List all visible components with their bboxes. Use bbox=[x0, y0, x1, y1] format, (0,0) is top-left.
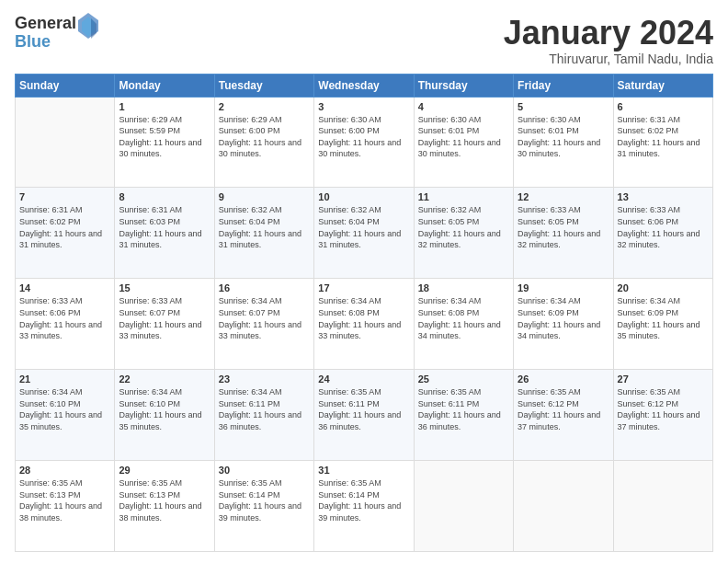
day-detail: Sunrise: 6:32 AMSunset: 6:05 PMDaylight:… bbox=[418, 204, 509, 250]
calendar-cell: 23 Sunrise: 6:34 AMSunset: 6:11 PMDaylig… bbox=[214, 370, 313, 461]
calendar-cell: 3 Sunrise: 6:30 AMSunset: 6:00 PMDayligh… bbox=[314, 97, 414, 188]
calendar-week-row: 14 Sunrise: 6:33 AMSunset: 6:06 PMDaylig… bbox=[16, 279, 713, 370]
calendar-cell: 26 Sunrise: 6:35 AMSunset: 6:12 PMDaylig… bbox=[514, 370, 613, 461]
calendar-cell: 30 Sunrise: 6:35 AMSunset: 6:14 PMDaylig… bbox=[214, 461, 313, 552]
day-number: 25 bbox=[418, 373, 509, 385]
calendar-week-row: 28 Sunrise: 6:35 AMSunset: 6:13 PMDaylig… bbox=[16, 461, 713, 552]
day-detail: Sunrise: 6:35 AMSunset: 6:12 PMDaylight:… bbox=[618, 386, 709, 432]
calendar-header-saturday: Saturday bbox=[613, 74, 712, 97]
calendar-cell: 27 Sunrise: 6:35 AMSunset: 6:12 PMDaylig… bbox=[613, 370, 712, 461]
calendar-cell: 6 Sunrise: 6:31 AMSunset: 6:02 PMDayligh… bbox=[613, 97, 712, 188]
header: General Blue January 2024 Thiruvarur, Ta… bbox=[15, 15, 713, 66]
day-number: 8 bbox=[119, 191, 210, 202]
day-detail: Sunrise: 6:35 AMSunset: 6:11 PMDaylight:… bbox=[418, 386, 509, 432]
calendar-cell: 29 Sunrise: 6:35 AMSunset: 6:13 PMDaylig… bbox=[115, 461, 214, 552]
day-number: 28 bbox=[19, 465, 110, 476]
day-number: 22 bbox=[119, 373, 210, 385]
calendar-cell: 12 Sunrise: 6:33 AMSunset: 6:05 PMDaylig… bbox=[514, 188, 613, 279]
calendar-cell: 11 Sunrise: 6:32 AMSunset: 6:05 PMDaylig… bbox=[414, 188, 513, 279]
day-detail: Sunrise: 6:33 AMSunset: 6:06 PMDaylight:… bbox=[19, 295, 110, 341]
calendar-table: SundayMondayTuesdayWednesdayThursdayFrid… bbox=[15, 74, 713, 552]
day-number: 3 bbox=[318, 101, 409, 112]
day-detail: Sunrise: 6:33 AMSunset: 6:07 PMDaylight:… bbox=[119, 295, 210, 341]
calendar-header-monday: Monday bbox=[115, 74, 214, 97]
calendar-week-row: 21 Sunrise: 6:34 AMSunset: 6:10 PMDaylig… bbox=[16, 370, 713, 461]
day-number: 17 bbox=[318, 282, 409, 293]
day-number: 5 bbox=[518, 101, 609, 112]
day-detail: Sunrise: 6:33 AMSunset: 6:06 PMDaylight:… bbox=[618, 204, 709, 250]
logo-text: General Blue bbox=[15, 15, 76, 52]
day-detail: Sunrise: 6:35 AMSunset: 6:13 PMDaylight:… bbox=[19, 477, 110, 523]
day-detail: Sunrise: 6:33 AMSunset: 6:05 PMDaylight:… bbox=[518, 204, 609, 250]
day-number: 26 bbox=[518, 373, 609, 385]
calendar-header-sunday: Sunday bbox=[16, 74, 115, 97]
logo: General Blue bbox=[15, 15, 98, 52]
day-number: 23 bbox=[219, 373, 310, 385]
page: General Blue January 2024 Thiruvarur, Ta… bbox=[0, 0, 728, 563]
calendar-cell bbox=[514, 461, 613, 552]
calendar-cell: 18 Sunrise: 6:34 AMSunset: 6:08 PMDaylig… bbox=[414, 279, 513, 370]
day-detail: Sunrise: 6:30 AMSunset: 6:01 PMDaylight:… bbox=[418, 114, 509, 160]
day-detail: Sunrise: 6:35 AMSunset: 6:14 PMDaylight:… bbox=[318, 477, 409, 523]
day-number: 1 bbox=[119, 101, 210, 112]
calendar-header-row: SundayMondayTuesdayWednesdayThursdayFrid… bbox=[16, 74, 713, 97]
calendar-header-thursday: Thursday bbox=[414, 74, 513, 97]
calendar-cell: 24 Sunrise: 6:35 AMSunset: 6:11 PMDaylig… bbox=[314, 370, 414, 461]
calendar-cell: 5 Sunrise: 6:30 AMSunset: 6:01 PMDayligh… bbox=[514, 97, 613, 188]
day-number: 20 bbox=[618, 282, 709, 293]
calendar-cell: 21 Sunrise: 6:34 AMSunset: 6:10 PMDaylig… bbox=[16, 370, 115, 461]
calendar-cell: 10 Sunrise: 6:32 AMSunset: 6:04 PMDaylig… bbox=[314, 188, 414, 279]
day-detail: Sunrise: 6:34 AMSunset: 6:08 PMDaylight:… bbox=[318, 295, 409, 341]
calendar-cell bbox=[414, 461, 513, 552]
calendar-cell: 28 Sunrise: 6:35 AMSunset: 6:13 PMDaylig… bbox=[16, 461, 115, 552]
day-detail: Sunrise: 6:35 AMSunset: 6:14 PMDaylight:… bbox=[219, 477, 310, 523]
day-number: 16 bbox=[219, 282, 310, 293]
day-detail: Sunrise: 6:34 AMSunset: 6:10 PMDaylight:… bbox=[19, 386, 110, 432]
calendar-cell: 15 Sunrise: 6:33 AMSunset: 6:07 PMDaylig… bbox=[115, 279, 214, 370]
day-number: 31 bbox=[318, 465, 409, 476]
day-detail: Sunrise: 6:35 AMSunset: 6:12 PMDaylight:… bbox=[518, 386, 609, 432]
day-number: 21 bbox=[19, 373, 110, 385]
day-detail: Sunrise: 6:30 AMSunset: 6:00 PMDaylight:… bbox=[318, 114, 409, 160]
calendar-cell: 20 Sunrise: 6:34 AMSunset: 6:09 PMDaylig… bbox=[613, 279, 712, 370]
calendar-cell: 4 Sunrise: 6:30 AMSunset: 6:01 PMDayligh… bbox=[414, 97, 513, 188]
day-detail: Sunrise: 6:31 AMSunset: 6:02 PMDaylight:… bbox=[618, 114, 709, 160]
day-detail: Sunrise: 6:31 AMSunset: 6:02 PMDaylight:… bbox=[19, 204, 110, 250]
day-detail: Sunrise: 6:31 AMSunset: 6:03 PMDaylight:… bbox=[119, 204, 210, 250]
day-number: 7 bbox=[19, 191, 110, 202]
title-block: January 2024 Thiruvarur, Tamil Nadu, Ind… bbox=[504, 15, 713, 66]
calendar-cell: 14 Sunrise: 6:33 AMSunset: 6:06 PMDaylig… bbox=[16, 279, 115, 370]
calendar-week-row: 1 Sunrise: 6:29 AMSunset: 5:59 PMDayligh… bbox=[16, 97, 713, 188]
day-detail: Sunrise: 6:32 AMSunset: 6:04 PMDaylight:… bbox=[318, 204, 409, 250]
calendar-cell: 1 Sunrise: 6:29 AMSunset: 5:59 PMDayligh… bbox=[115, 97, 214, 188]
day-number: 11 bbox=[418, 191, 509, 202]
calendar-header-friday: Friday bbox=[514, 74, 613, 97]
day-detail: Sunrise: 6:34 AMSunset: 6:07 PMDaylight:… bbox=[219, 295, 310, 341]
day-number: 24 bbox=[318, 373, 409, 385]
day-detail: Sunrise: 6:30 AMSunset: 6:01 PMDaylight:… bbox=[518, 114, 609, 160]
day-number: 2 bbox=[219, 101, 310, 112]
day-detail: Sunrise: 6:34 AMSunset: 6:09 PMDaylight:… bbox=[618, 295, 709, 341]
day-number: 9 bbox=[219, 191, 310, 202]
day-number: 14 bbox=[19, 282, 110, 293]
calendar-cell: 17 Sunrise: 6:34 AMSunset: 6:08 PMDaylig… bbox=[314, 279, 414, 370]
day-number: 15 bbox=[119, 282, 210, 293]
page-subtitle: Thiruvarur, Tamil Nadu, India bbox=[504, 52, 713, 66]
calendar-cell: 2 Sunrise: 6:29 AMSunset: 6:00 PMDayligh… bbox=[214, 97, 313, 188]
day-number: 30 bbox=[219, 465, 310, 476]
day-number: 10 bbox=[318, 191, 409, 202]
day-number: 18 bbox=[418, 282, 509, 293]
day-detail: Sunrise: 6:34 AMSunset: 6:08 PMDaylight:… bbox=[418, 295, 509, 341]
calendar-cell bbox=[613, 461, 712, 552]
day-detail: Sunrise: 6:29 AMSunset: 6:00 PMDaylight:… bbox=[219, 114, 310, 160]
day-detail: Sunrise: 6:35 AMSunset: 6:13 PMDaylight:… bbox=[119, 477, 210, 523]
calendar-cell: 13 Sunrise: 6:33 AMSunset: 6:06 PMDaylig… bbox=[613, 188, 712, 279]
day-number: 29 bbox=[119, 465, 210, 476]
calendar-header-wednesday: Wednesday bbox=[314, 74, 414, 97]
calendar-header-tuesday: Tuesday bbox=[214, 74, 313, 97]
calendar-cell: 22 Sunrise: 6:34 AMSunset: 6:10 PMDaylig… bbox=[115, 370, 214, 461]
calendar-cell: 31 Sunrise: 6:35 AMSunset: 6:14 PMDaylig… bbox=[314, 461, 414, 552]
day-detail: Sunrise: 6:34 AMSunset: 6:10 PMDaylight:… bbox=[119, 386, 210, 432]
calendar-cell: 8 Sunrise: 6:31 AMSunset: 6:03 PMDayligh… bbox=[115, 188, 214, 279]
calendar-cell: 16 Sunrise: 6:34 AMSunset: 6:07 PMDaylig… bbox=[214, 279, 313, 370]
